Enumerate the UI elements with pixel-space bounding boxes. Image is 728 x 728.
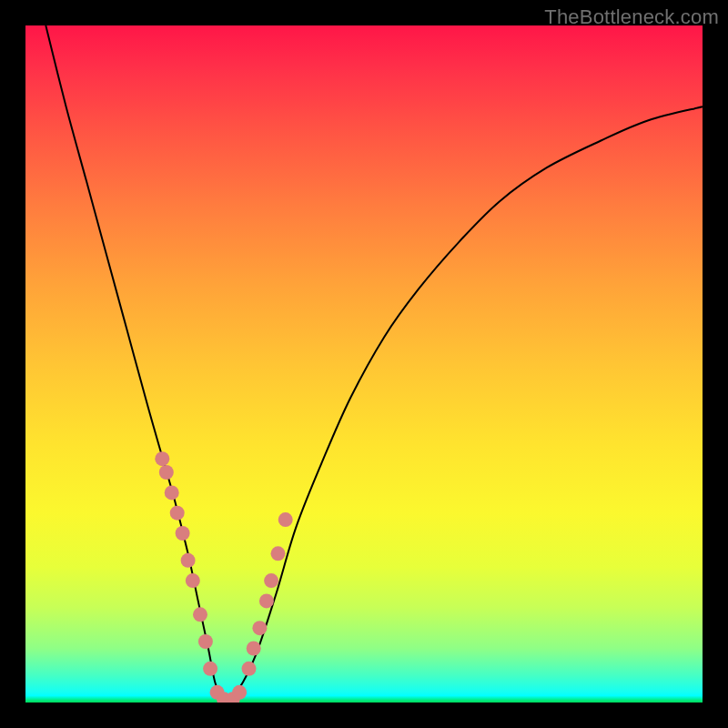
marker-dot — [259, 593, 274, 608]
marker-dot — [155, 451, 169, 466]
marker-dot — [232, 685, 247, 700]
marker-dot — [159, 465, 174, 480]
marker-dot — [176, 526, 190, 541]
bottleneck-curve — [25, 25, 703, 703]
marker-dot — [203, 662, 217, 676]
chart-frame: TheBottleneck.com — [0, 0, 728, 728]
marker-dot — [247, 642, 261, 656]
marker-layer — [155, 451, 292, 703]
marker-dot — [278, 512, 293, 527]
marker-dot — [264, 573, 278, 588]
marker-dot — [170, 506, 185, 521]
plot-area — [25, 25, 703, 703]
marker-dot — [165, 485, 179, 500]
marker-dot — [193, 607, 207, 622]
marker-dot — [198, 634, 213, 649]
marker-dot — [271, 546, 286, 561]
marker-dot — [186, 573, 200, 588]
marker-dot — [181, 553, 196, 568]
curve-path — [46, 25, 703, 697]
marker-dot — [242, 662, 257, 676]
marker-dot — [252, 621, 267, 635]
watermark-label: TheBottleneck.com — [544, 5, 719, 29]
